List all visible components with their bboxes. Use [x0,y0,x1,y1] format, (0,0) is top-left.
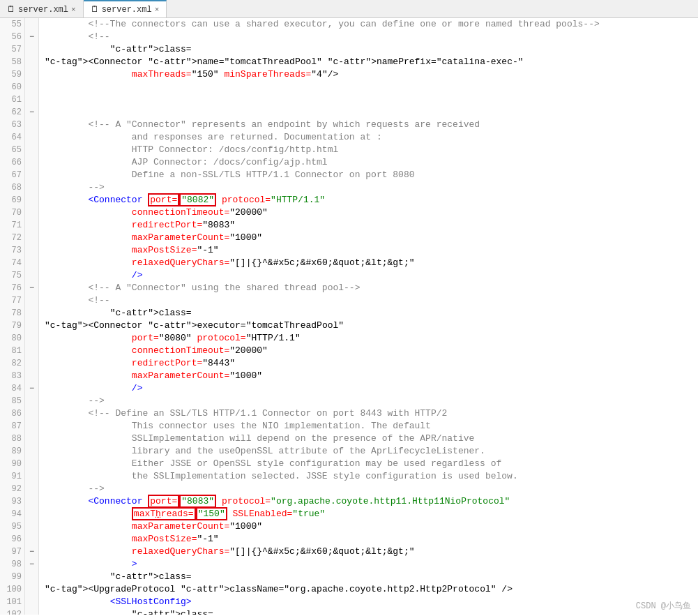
editor: 5556575859606162636465666768697071727374… [0,18,698,615]
line-number: 75 [0,269,24,282]
gutter-cell [25,583,38,596]
gutter-cell [25,483,38,495]
line-number: 78 [0,307,24,320]
gutter-cell: − [25,106,38,119]
gutter-cell [25,131,38,144]
code-line: --> [45,181,698,194]
line-number: 74 [0,257,24,269]
gutter-cell [25,320,38,332]
tab-2[interactable]: 🗒 server.xml × [84,0,167,17]
line-number: 95 [0,520,24,533]
line-number: 81 [0,345,24,357]
line-number: 63 [0,119,24,131]
gutter-cell [25,93,38,106]
line-number: 61 [0,93,24,106]
line-number: 99 [0,571,24,583]
code-line: "c-attr">class= [45,571,698,583]
tab-1-close[interactable]: × [71,6,76,14]
code-line [45,81,698,93]
code-line: <!-- A "Connector" using the shared thre… [45,282,698,294]
gutter-cell [25,433,38,445]
code-line: <!-- [45,294,698,307]
gutter-cell: − [25,31,38,43]
line-number: 66 [0,156,24,169]
line-number: 65 [0,144,24,156]
gutter-cell [25,508,38,520]
code-line: maxThreads="150" SSLEnabled="true" [45,508,698,520]
code-line: --> [45,483,698,495]
code-line: "c-attr">class= [45,43,698,56]
code-line: relaxedQueryChars="[]|{}^&#x5c;&#x60;&qu… [45,546,698,558]
code-line: maxPostSize="-1" [45,244,698,257]
code-line: /> [45,382,698,395]
line-number: 91 [0,470,24,483]
tab-2-close[interactable]: × [155,6,160,14]
gutter-cell [25,458,38,470]
code-line: maxParameterCount="1000" [45,370,698,382]
code-line: SSLImplementation will depend on the pre… [45,433,698,445]
code-line: maxParameterCount="1000" [45,232,698,244]
watermark: CSDN @小鸟鱼 [636,600,691,612]
line-number: 94 [0,508,24,520]
code-line: library and the useOpenSSL attribute of … [45,445,698,458]
line-number: 98 [0,558,24,571]
gutter-cell: − [25,558,38,571]
gutter-cell [25,169,38,181]
code-area[interactable]: <!--The connectors can use a shared exec… [39,18,698,615]
tab-1[interactable]: 🗒 server.xml × [0,0,84,17]
code-line: <SSLHostConfig> [45,596,698,608]
code-line: AJP Connector: /docs/config/ajp.html [45,156,698,169]
tab-2-label: server.xml [102,5,152,15]
line-number: 93 [0,495,24,508]
gutter-cell [25,219,38,232]
line-number: 79 [0,320,24,332]
gutter-cell: − [25,546,38,558]
tab-1-label: server.xml [18,5,68,15]
line-number: 84 [0,382,24,395]
line-number: 101 [0,596,24,608]
code-line: <Connector port="8083" protocol="org.apa… [45,495,698,508]
line-number: 60 [0,81,24,93]
line-number: 85 [0,395,24,407]
line-number: 97 [0,546,24,558]
gutter-cell [25,495,38,508]
code-line [45,106,698,119]
code-line: <!-- [45,31,698,43]
gutter-cell [25,257,38,269]
gutter-cell [25,18,38,31]
line-number: 73 [0,244,24,257]
gutter-cell [25,470,38,483]
line-number: 77 [0,294,24,307]
code-line: HTTP Connector: /docs/config/http.html [45,144,698,156]
line-number: 82 [0,357,24,370]
line-number: 87 [0,420,24,433]
gutter-cell [25,206,38,219]
code-line: maxPostSize="-1" [45,533,698,546]
line-number: 55 [0,18,24,31]
line-number: 88 [0,433,24,445]
gutter-cell [25,345,38,357]
line-number: 89 [0,445,24,458]
gutter-cell [25,81,38,93]
line-number: 57 [0,43,24,56]
gutter-cell [25,144,38,156]
gutter-cell [25,56,38,68]
code-line: "c-attr">class= [45,608,698,615]
code-line: This connector uses the NIO implementati… [45,420,698,433]
line-number: 69 [0,194,24,206]
line-number: 83 [0,370,24,382]
gutter-cell [25,244,38,257]
code-line: the SSLImplementation selected. JSSE sty… [45,470,698,483]
gutter-cell [25,520,38,533]
gutter-cell [25,533,38,546]
gutter-cell [25,332,38,345]
gutter-cell [25,608,38,615]
line-number: 92 [0,483,24,495]
code-line: connectionTimeout="20000" [45,345,698,357]
line-number: 96 [0,533,24,546]
code-line: "c-attr">class= [45,307,698,320]
line-number: 70 [0,206,24,219]
gutter-cell [25,43,38,56]
tab-bar: 🗒 server.xml × 🗒 server.xml × [0,0,698,18]
code-line: /> [45,269,698,282]
